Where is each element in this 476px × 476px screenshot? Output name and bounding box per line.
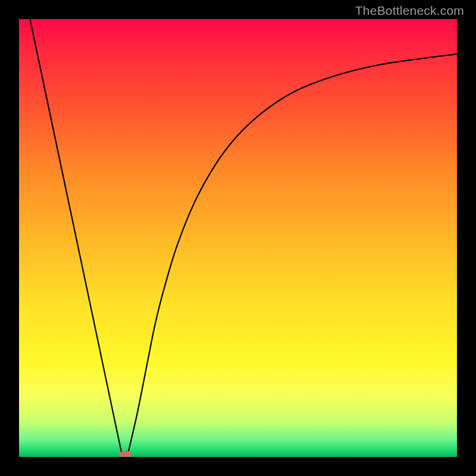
left-line-path	[30, 19, 122, 455]
plot-area	[19, 19, 457, 457]
right-curve-path	[128, 54, 457, 455]
chart-frame: TheBottleneck.com	[0, 0, 476, 476]
curve-svg	[19, 19, 457, 457]
watermark-text: TheBottleneck.com	[355, 4, 464, 18]
min-point-marker	[120, 451, 132, 457]
